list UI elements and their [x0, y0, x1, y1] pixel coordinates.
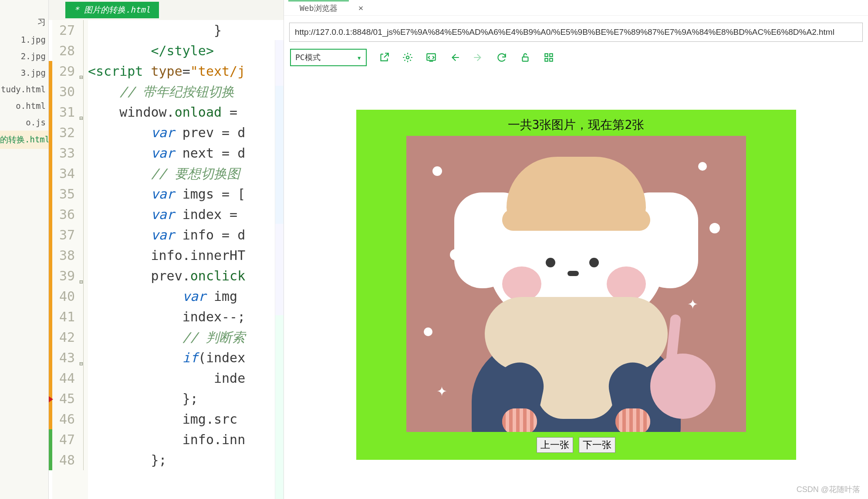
browser-tab-bar: Web浏览器 × [284, 0, 868, 16]
watermark: CSDN @花随叶落 [797, 484, 860, 495]
code-editor: * 图片的转换.html 272829303132333435363738394… [49, 0, 284, 499]
mode-select[interactable]: PC模式 ▾ [290, 49, 367, 66]
file-item[interactable]: 的转换.html [0, 131, 48, 149]
external-icon[interactable] [378, 51, 390, 64]
next-button[interactable]: 下一张 [579, 437, 615, 453]
editor-tab-bar: * 图片的转换.html [49, 0, 284, 20]
svg-rect-4 [550, 54, 553, 56]
file-item[interactable]: tudy.html [0, 81, 48, 98]
fold-column [78, 20, 88, 499]
mode-select-label: PC模式 [295, 52, 321, 63]
file-item[interactable]: 2.jpg [0, 48, 48, 64]
reload-icon[interactable] [496, 51, 508, 64]
browser-toolbar: PC模式 ▾ [284, 46, 868, 71]
file-item[interactable]: o.js [0, 114, 48, 131]
preview-viewport: 一共3张图片，现在第2张 ✦ ✦ ✦ [284, 71, 868, 499]
file-item[interactable]: o.html [0, 98, 48, 114]
image-switcher-widget: 一共3张图片，现在第2张 ✦ ✦ ✦ [356, 110, 796, 460]
file-item[interactable]: 3.jpg [0, 64, 48, 81]
grid-icon[interactable] [543, 51, 555, 64]
file-section-label: 习 [0, 13, 48, 31]
code-lines[interactable]: } </style><script type="text/j // 带年纪按钮切… [88, 20, 284, 499]
close-icon[interactable]: × [358, 3, 364, 13]
forward-icon[interactable] [472, 51, 484, 64]
svg-rect-6 [550, 58, 553, 61]
web-browser-panel: Web浏览器 × PC模式 ▾ 一共3张图片，现在第2张 [284, 0, 868, 499]
preview-image: ✦ ✦ ✦ [406, 136, 746, 432]
back-icon[interactable] [449, 51, 461, 64]
prev-button[interactable]: 上一张 [537, 437, 573, 453]
chevron-down-icon: ▾ [357, 53, 361, 62]
svg-point-0 [406, 56, 409, 59]
modification-bar [49, 20, 52, 499]
image-counter-caption: 一共3张图片，现在第2张 [356, 117, 796, 133]
file-explorer: 习 1.jpg2.jpg3.jpgtudy.htmlo.htmlo.js的转换.… [0, 0, 49, 499]
svg-rect-3 [545, 54, 548, 56]
line-gutter: 2728293031323334353637383940414243444546… [52, 20, 78, 499]
url-input[interactable] [289, 23, 863, 42]
lock-icon[interactable] [519, 51, 531, 64]
settings-icon[interactable] [402, 51, 414, 64]
minimap[interactable] [275, 40, 284, 499]
editor-tab-active[interactable]: * 图片的转换.html [65, 2, 159, 18]
svg-rect-2 [523, 57, 528, 61]
svg-rect-5 [545, 58, 548, 61]
file-item[interactable]: 1.jpg [0, 31, 48, 48]
devtools-icon[interactable] [425, 51, 437, 64]
browser-tab[interactable]: Web浏览器 [288, 0, 349, 15]
